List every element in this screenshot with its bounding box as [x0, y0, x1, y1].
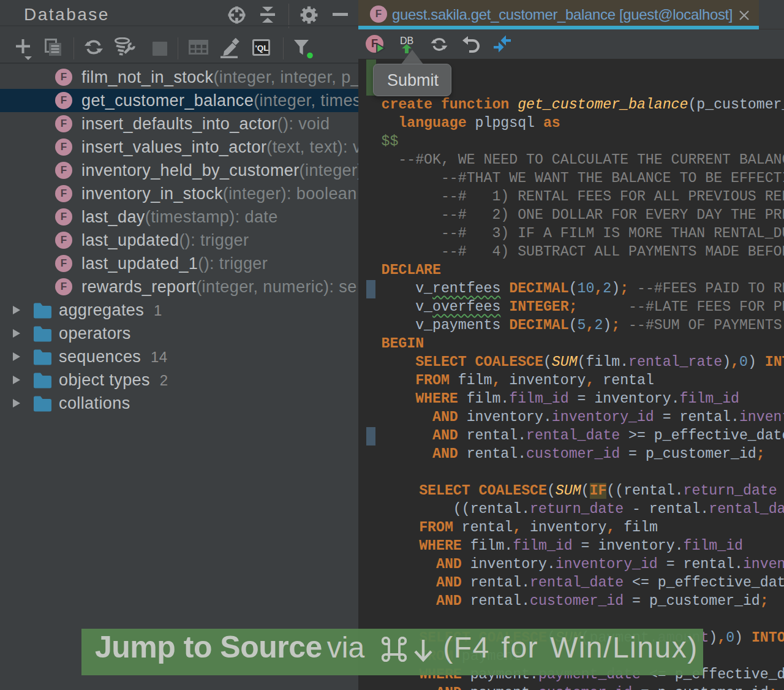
svg-text:'QL: 'QL: [255, 44, 269, 53]
